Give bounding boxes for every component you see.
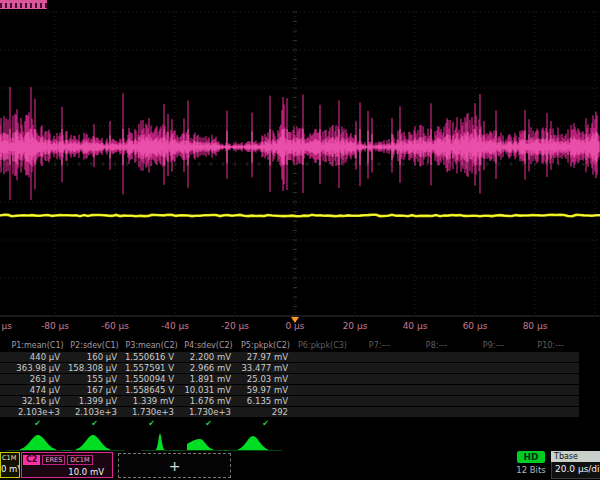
add-trace-button[interactable]: + [118, 453, 231, 478]
param-min-p6 [294, 374, 351, 385]
histicon [20, 435, 56, 450]
param-header-p5[interactable]: P5:pkpk(C2) [237, 340, 294, 352]
param-mean-p5: 33.477 mV [237, 363, 294, 374]
timebase-descriptor[interactable]: Tbase 20.0 µs/div [551, 451, 600, 479]
param-num-p3: 1.730e+3 [123, 407, 180, 418]
param-min-p2: 155 µV [66, 374, 123, 385]
param-value-p4: 2.200 mV [180, 352, 237, 363]
param-status-p3: ✔ [123, 418, 180, 429]
param-max-p4: 10.031 mV [180, 385, 237, 396]
param-sdev-p3: 1.339 mV [123, 396, 180, 407]
param-num-p6 [294, 407, 351, 418]
timebase-scale-value: 20.0 µs/div [551, 462, 600, 479]
param-max-p6 [294, 385, 351, 396]
param-sdev-p7 [351, 396, 408, 407]
param-num-p1: 2.103e+3 [9, 407, 66, 418]
time-axis: -100 µs-80 µs-60 µs-40 µs-20 µs0 µs20 µs… [0, 317, 600, 333]
param-header-p8[interactable]: P8:--- [408, 340, 465, 352]
param-status-p7 [351, 418, 408, 429]
waveform-graticule [0, 0, 600, 332]
param-min-p9 [465, 374, 522, 385]
hd-mode-badge[interactable]: HD [517, 451, 545, 463]
param-num-p4: 1.730e+3 [180, 407, 237, 418]
param-status-p8 [408, 418, 465, 429]
plus-icon: + [169, 458, 181, 474]
histicon [155, 433, 165, 450]
param-mean-p3: 1.557591 V [123, 363, 180, 374]
param-value-p1: 440 µV [9, 352, 66, 363]
param-sdev-p6 [294, 396, 351, 407]
param-min-p10 [522, 374, 579, 385]
oscilloscope-screen: -100 µs-80 µs-60 µs-40 µs-20 µs0 µs20 µs… [0, 0, 600, 480]
param-max-p3: 1.558645 V [123, 385, 180, 396]
param-mean-p4: 2.966 mV [180, 363, 237, 374]
param-header-p9[interactable]: P9:--- [465, 340, 522, 352]
trigger-position-marker[interactable] [291, 317, 299, 323]
param-max-p7 [351, 385, 408, 396]
param-num-p2: 2.103e+3 [66, 407, 123, 418]
param-sdev-p2: 1.399 µV [66, 396, 123, 407]
param-num-p9 [465, 407, 522, 418]
param-status-p5: ✔ [237, 418, 294, 429]
histicon [187, 439, 213, 450]
time-axis-label: -80 µs [41, 321, 69, 331]
param-value-p2: 160 µV [66, 352, 123, 363]
param-status-p1: ✔ [9, 418, 66, 429]
table-spacer [0, 363, 9, 374]
histicon [76, 435, 110, 450]
param-status-p6 [294, 418, 351, 429]
param-value-p3: 1.550616 V [123, 352, 180, 363]
param-mean-p1: 363.98 µV [9, 363, 66, 374]
table-spacer [0, 396, 9, 407]
time-axis-label: 60 µs [463, 321, 488, 331]
measurement-table: P1:mean(C1)P2:sdev(C1)P3:mean(C2)P4:sdev… [0, 340, 600, 429]
param-header-p6[interactable]: P6:pkpk(C3) [294, 340, 351, 352]
param-min-p7 [351, 374, 408, 385]
param-status-p2: ✔ [66, 418, 123, 429]
param-sdev-p9 [465, 396, 522, 407]
trace-label-tag [0, 0, 47, 9]
table-spacer [0, 418, 9, 429]
histicon [238, 436, 268, 450]
param-header-p2[interactable]: P2:sdev(C1) [66, 340, 123, 352]
param-mean-p9 [465, 363, 522, 374]
table-spacer [0, 407, 9, 418]
param-max-p9 [465, 385, 522, 396]
c2-scale-value: 10.0 mV [22, 466, 112, 478]
param-sdev-p5: 6.135 mV [237, 396, 294, 407]
param-status-p10 [522, 418, 579, 429]
param-value-p6 [294, 352, 351, 363]
param-sdev-p8 [408, 396, 465, 407]
histicon-strip [0, 432, 600, 452]
param-value-p5: 27.97 mV [237, 352, 294, 363]
param-num-p8 [408, 407, 465, 418]
time-axis-label: -40 µs [161, 321, 189, 331]
param-value-p8 [408, 352, 465, 363]
param-sdev-p4: 1.676 mV [180, 396, 237, 407]
channel-c2-descriptor[interactable]: C2 ERES DC1M 10.0 mV [21, 452, 113, 478]
param-value-p9 [465, 352, 522, 363]
param-num-p10 [522, 407, 579, 418]
param-header-p1[interactable]: P1:mean(C1) [9, 340, 66, 352]
param-mean-p6 [294, 363, 351, 374]
param-min-p3: 1.550094 V [123, 374, 180, 385]
time-axis-label: -60 µs [101, 321, 129, 331]
param-sdev-p10 [522, 396, 579, 407]
c1-scale-value: 0 mV [1, 463, 19, 475]
param-num-p5: 292 [237, 407, 294, 418]
param-min-p4: 1.891 mV [180, 374, 237, 385]
time-axis-label: -100 µs [0, 321, 12, 331]
c2-coupling-tag: DC1M [67, 455, 92, 465]
param-header-p4[interactable]: P4:sdev(C2) [180, 340, 237, 352]
param-header-p3[interactable]: P3:mean(C2) [123, 340, 180, 352]
param-min-p8 [408, 374, 465, 385]
param-header-p7[interactable]: P7:--- [351, 340, 408, 352]
time-axis-label: 40 µs [403, 321, 428, 331]
param-max-p5: 59.97 mV [237, 385, 294, 396]
param-status-p4: ✔ [180, 418, 237, 429]
channel-c1-descriptor[interactable]: C1M 0 mV [0, 452, 20, 478]
param-status-p9 [465, 418, 522, 429]
param-header-p10[interactable]: P10:--- [522, 340, 579, 352]
hd-bits-label: 12 Bits [509, 465, 553, 475]
c2-eres-tag: ERES [42, 455, 65, 465]
